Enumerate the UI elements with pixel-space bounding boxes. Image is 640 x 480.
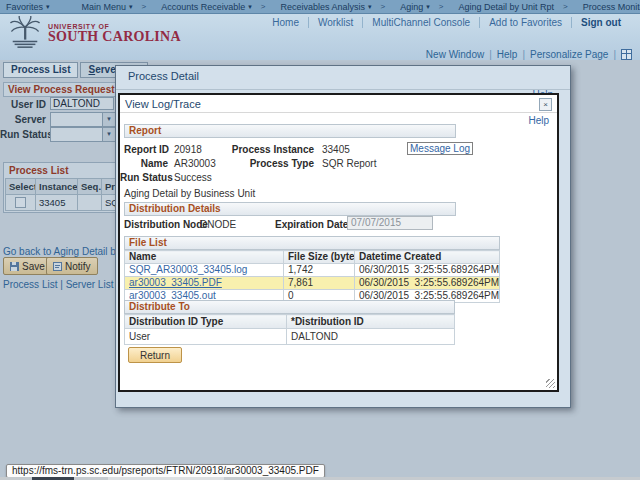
browser-status-bubble: https://fms-trn.ps.sc.edu/psreports/FTRN… — [6, 464, 325, 478]
distribute-to-table: Distribution ID Type *Distribution ID Us… — [124, 314, 455, 345]
save-button[interactable]: Save — [3, 257, 52, 275]
distribution-node-label: Distribution Node — [124, 219, 208, 230]
name-label: Name — [124, 158, 168, 169]
new-window-link[interactable]: New Window — [426, 49, 484, 60]
distribution-details-section-header: Distribution Details — [124, 202, 456, 216]
col-distribution-id-type: Distribution ID Type — [125, 315, 287, 329]
report-id-value: 20918 — [174, 144, 202, 155]
caret-down-icon: ▾ — [426, 3, 430, 11]
message-log-link[interactable]: Message Log — [407, 142, 473, 155]
sign-out-link[interactable]: Sign out — [571, 17, 630, 28]
tab-process-list[interactable]: Process List — [3, 62, 78, 78]
nav-worklist-link[interactable]: Worklist — [308, 17, 362, 28]
caret-down-icon: ▾ — [248, 3, 252, 11]
nav-add-favorites-link[interactable]: Add to Favorites — [479, 17, 571, 28]
save-button-label: Save — [22, 261, 45, 272]
breadcrumb-item-aging-detail[interactable]: Aging Detail by Unit Rpt — [458, 2, 554, 12]
breadcrumb-item-receivables-analysis[interactable]: Receivables Analysis ▾ — [280, 2, 371, 12]
breadcrumb-item-accounts-receivable[interactable]: Accounts Receivable ▾ — [161, 2, 252, 12]
file-list-table: Name File Size (bytes) Datetime Created … — [124, 250, 500, 303]
file-size: 1,742 — [284, 264, 355, 277]
breadcrumb-label: Main Menu — [82, 2, 127, 12]
file-link-pdf[interactable]: ar30003_33405.PDF — [129, 277, 222, 288]
nav-multichannel-link[interactable]: MultiChannel Console — [362, 17, 479, 28]
screen: Favorites ▾ Main Menu ▾ > Accounts Recei… — [0, 0, 640, 480]
breadcrumb-label: Receivables Analysis — [280, 2, 365, 12]
notify-button[interactable]: Notify — [46, 257, 98, 275]
file-list-section-header: File List — [124, 236, 500, 250]
file-list-header-row: Name File Size (bytes) Datetime Created — [125, 251, 500, 264]
process-type-label: Process Type — [220, 158, 314, 169]
footer-server-list-link[interactable]: Server List — [66, 279, 114, 290]
distribute-row: User DALTOND — [125, 329, 455, 345]
breadcrumb-label: Accounts Receivable — [161, 2, 245, 12]
help-link[interactable]: Help — [497, 49, 518, 60]
process-description: Aging Detail by Business Unit — [124, 188, 255, 199]
process-instance-value: 33405 — [322, 144, 350, 155]
footer-links: Process List | Server List — [3, 279, 113, 290]
view-log-trace-dialog: View Log/Trace × Help Report Report ID 2… — [118, 93, 559, 392]
breadcrumb: Favorites ▾ Main Menu ▾ > Accounts Recei… — [0, 0, 640, 14]
distribute-to-section-header: Distribute To — [124, 300, 455, 314]
breadcrumb-label: Process Monitor — [583, 2, 640, 12]
personalize-page-link[interactable]: Personalize Page — [530, 49, 608, 60]
close-icon[interactable]: × — [539, 98, 552, 111]
distribute-header-row: Distribution ID Type *Distribution ID — [125, 315, 455, 329]
breadcrumb-item-aging[interactable]: Aging ▾ — [400, 2, 430, 12]
chevron-right-icon: > — [381, 2, 386, 11]
caret-down-icon: ▾ — [129, 3, 133, 11]
resize-grip[interactable] — [546, 379, 555, 388]
name-value: AR30003 — [174, 158, 216, 169]
dialog-title: View Log/Trace — [125, 98, 201, 110]
return-button[interactable]: Return — [128, 347, 182, 363]
chevron-right-icon: > — [563, 2, 568, 11]
notify-button-label: Notify — [65, 261, 91, 272]
personalize-grid-icon[interactable] — [621, 49, 632, 60]
row-select-checkbox[interactable] — [15, 197, 26, 208]
distribution-node-value: DNODE — [200, 219, 236, 230]
server-select[interactable]: ▼ — [50, 112, 116, 127]
process-detail-title: Process Detail — [116, 66, 570, 90]
breadcrumb-item-process-monitor[interactable]: Process Monitor — [583, 2, 640, 12]
file-row-highlighted: ar30003_33405.PDF 7,861 06/30/2015 3:25:… — [125, 277, 500, 290]
notify-icon — [53, 262, 62, 271]
nav-home-link[interactable]: Home — [263, 17, 308, 28]
logo-line2: SOUTH CAROLINA — [48, 30, 181, 44]
usc-logo[interactable]: UNIVERSITY OF SOUTH CAROLINA — [6, 16, 181, 50]
col-select: Select — [6, 179, 36, 195]
run-status-label: Run Status — [120, 172, 168, 183]
run-status-value: Success — [174, 172, 212, 183]
header-nav: Home Worklist MultiChannel Console Add t… — [263, 17, 630, 28]
breadcrumb-item-favorites[interactable]: Favorites ▾ — [6, 2, 50, 12]
run-status-label: Run Status — [0, 129, 46, 140]
file-link-log[interactable]: SQR_AR30003_33405.log — [129, 264, 247, 275]
distribution-id-type-value: User — [125, 329, 287, 345]
col-name: Name — [125, 251, 284, 264]
save-disk-icon — [10, 262, 19, 271]
caret-down-icon: ▾ — [46, 3, 50, 11]
breadcrumb-item-main-menu[interactable]: Main Menu ▾ — [82, 2, 133, 12]
report-section-header: Report — [124, 124, 456, 138]
dropdown-arrow-icon[interactable]: ▼ — [102, 113, 115, 126]
col-instance: Instance — [36, 179, 78, 195]
expiration-date-input: 07/07/2015 — [347, 216, 433, 230]
run-status-select[interactable]: ▼ — [50, 127, 116, 142]
col-datetime: Datetime Created — [355, 251, 500, 264]
chevron-right-icon: > — [142, 2, 147, 11]
dropdown-arrow-icon[interactable]: ▼ — [102, 128, 115, 141]
footer-process-list-link[interactable]: Process List — [3, 279, 57, 290]
file-datetime: 06/30/2015 3:25:55.689264PM EDT — [355, 264, 500, 277]
dialog-help-link[interactable]: Help — [528, 115, 549, 126]
file-datetime: 06/30/2015 3:25:55.689264PM EDT — [355, 277, 500, 290]
user-id-input[interactable]: DALTOND — [50, 97, 114, 110]
pipe-divider: | — [522, 49, 525, 60]
breadcrumb-label: Aging Detail by Unit Rpt — [458, 2, 554, 12]
cell-instance: 33405 — [36, 195, 78, 211]
dialog-title-bar: View Log/Trace × — [120, 95, 557, 113]
expiration-date-label: Expiration Date — [275, 219, 348, 230]
breadcrumb-label: Aging — [400, 2, 423, 12]
server-label: Server — [0, 114, 46, 125]
breadcrumb-label: Favorites — [6, 2, 43, 12]
chevron-right-icon: > — [439, 2, 444, 11]
report-id-label: Report ID — [124, 144, 168, 155]
